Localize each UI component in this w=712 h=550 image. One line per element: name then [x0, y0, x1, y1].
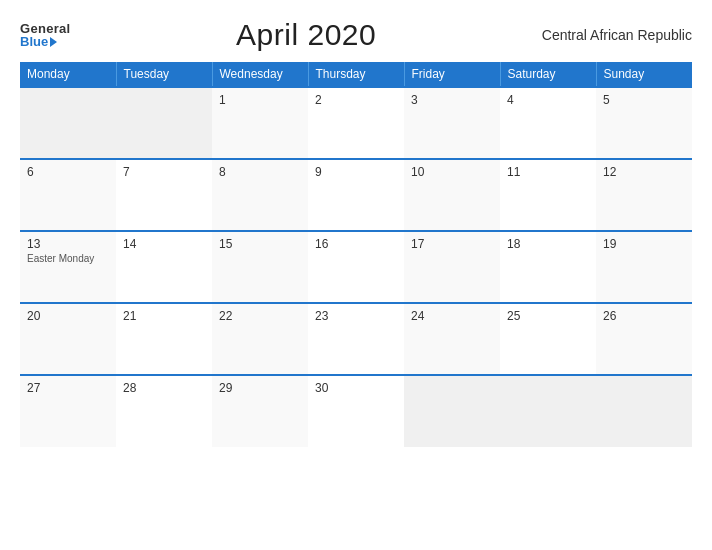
- calendar-cell: 28: [116, 375, 212, 447]
- calendar-title: April 2020: [236, 18, 376, 52]
- calendar-cell: 24: [404, 303, 500, 375]
- weekday-header-thursday: Thursday: [308, 62, 404, 87]
- calendar-cell: 18: [500, 231, 596, 303]
- day-number: 22: [219, 309, 301, 323]
- day-number: 6: [27, 165, 109, 179]
- calendar-cell: 11: [500, 159, 596, 231]
- day-number: 24: [411, 309, 493, 323]
- calendar-cell: 22: [212, 303, 308, 375]
- day-number: 29: [219, 381, 301, 395]
- day-number: 7: [123, 165, 205, 179]
- day-number: 23: [315, 309, 397, 323]
- day-number: 26: [603, 309, 685, 323]
- day-number: 13: [27, 237, 109, 251]
- calendar-cell: 13Easter Monday: [20, 231, 116, 303]
- calendar-week-row: 27282930: [20, 375, 692, 447]
- calendar-cell: 2: [308, 87, 404, 159]
- calendar-cell: [404, 375, 500, 447]
- calendar-cell: 8: [212, 159, 308, 231]
- calendar-cell: 7: [116, 159, 212, 231]
- calendar-cell: 16: [308, 231, 404, 303]
- logo-blue-text: Blue: [20, 35, 57, 48]
- calendar-cell: 21: [116, 303, 212, 375]
- day-number: 19: [603, 237, 685, 251]
- day-number: 1: [219, 93, 301, 107]
- day-number: 12: [603, 165, 685, 179]
- logo-triangle-icon: [50, 37, 57, 47]
- calendar-cell: 26: [596, 303, 692, 375]
- day-number: 10: [411, 165, 493, 179]
- weekday-header-saturday: Saturday: [500, 62, 596, 87]
- logo: General Blue: [20, 22, 71, 48]
- day-number: 27: [27, 381, 109, 395]
- calendar-cell: 25: [500, 303, 596, 375]
- calendar-cell: 1: [212, 87, 308, 159]
- weekday-header-row: MondayTuesdayWednesdayThursdayFridaySatu…: [20, 62, 692, 87]
- calendar-table: MondayTuesdayWednesdayThursdayFridaySatu…: [20, 62, 692, 447]
- day-number: 14: [123, 237, 205, 251]
- day-number: 17: [411, 237, 493, 251]
- weekday-header-friday: Friday: [404, 62, 500, 87]
- calendar-cell: 4: [500, 87, 596, 159]
- calendar-cell: [20, 87, 116, 159]
- calendar-cell: [116, 87, 212, 159]
- calendar-cell: 10: [404, 159, 500, 231]
- calendar-cell: 6: [20, 159, 116, 231]
- calendar-week-row: 12345: [20, 87, 692, 159]
- day-number: 25: [507, 309, 589, 323]
- day-number: 4: [507, 93, 589, 107]
- day-number: 20: [27, 309, 109, 323]
- header: General Blue April 2020 Central African …: [20, 18, 692, 52]
- day-number: 16: [315, 237, 397, 251]
- weekday-header-monday: Monday: [20, 62, 116, 87]
- day-number: 9: [315, 165, 397, 179]
- country-label: Central African Republic: [542, 27, 692, 43]
- weekday-header-wednesday: Wednesday: [212, 62, 308, 87]
- calendar-week-row: 6789101112: [20, 159, 692, 231]
- calendar-cell: 20: [20, 303, 116, 375]
- calendar-cell: 3: [404, 87, 500, 159]
- day-number: 3: [411, 93, 493, 107]
- day-number: 18: [507, 237, 589, 251]
- calendar-cell: 5: [596, 87, 692, 159]
- calendar-week-row: 13Easter Monday141516171819: [20, 231, 692, 303]
- day-number: 21: [123, 309, 205, 323]
- calendar-cell: 17: [404, 231, 500, 303]
- page: General Blue April 2020 Central African …: [0, 0, 712, 550]
- calendar-cell: 12: [596, 159, 692, 231]
- weekday-header-sunday: Sunday: [596, 62, 692, 87]
- day-number: 30: [315, 381, 397, 395]
- calendar-cell: [500, 375, 596, 447]
- calendar-cell: [596, 375, 692, 447]
- day-number: 11: [507, 165, 589, 179]
- day-number: 2: [315, 93, 397, 107]
- calendar-week-row: 20212223242526: [20, 303, 692, 375]
- day-number: 28: [123, 381, 205, 395]
- day-event: Easter Monday: [27, 253, 109, 264]
- day-number: 8: [219, 165, 301, 179]
- calendar-cell: 30: [308, 375, 404, 447]
- calendar-cell: 19: [596, 231, 692, 303]
- calendar-cell: 29: [212, 375, 308, 447]
- weekday-header-tuesday: Tuesday: [116, 62, 212, 87]
- day-number: 15: [219, 237, 301, 251]
- day-number: 5: [603, 93, 685, 107]
- calendar-cell: 23: [308, 303, 404, 375]
- calendar-cell: 27: [20, 375, 116, 447]
- calendar-cell: 9: [308, 159, 404, 231]
- calendar-cell: 14: [116, 231, 212, 303]
- calendar-cell: 15: [212, 231, 308, 303]
